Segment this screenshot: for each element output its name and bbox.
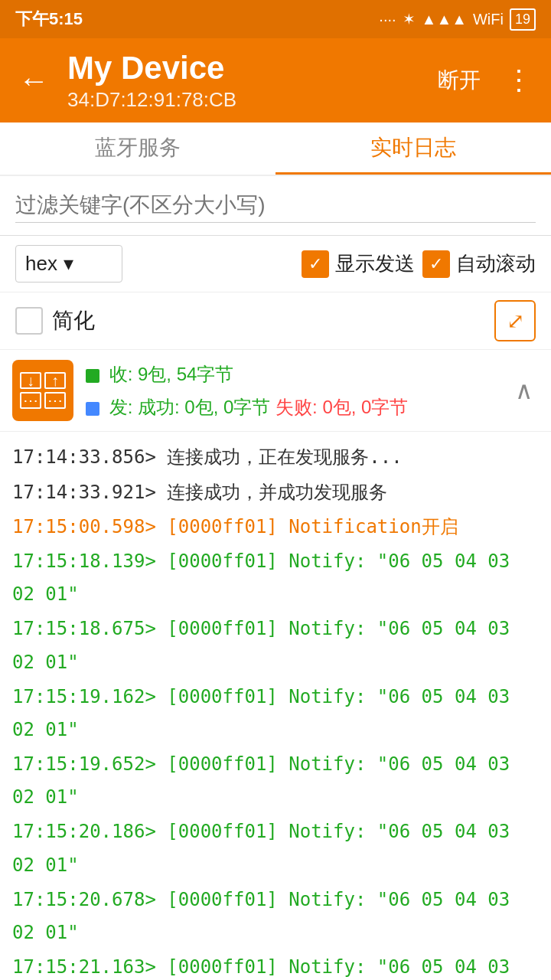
send-icon: ↑ [44, 372, 66, 389]
expand-icon: ⤢ [507, 309, 524, 334]
send-fail-label: 失败: 0包, 0字节 [276, 397, 408, 417]
stats-icon-top-row: ↓ ↑ [20, 372, 66, 389]
signal-icon: ···· [379, 11, 396, 28]
device-mac: 34:D7:12:91:78:CB [67, 88, 419, 112]
simplify-left: 简化 [15, 306, 95, 335]
stats-icon-box: ↓ ↑ ⋯ ⋯ [12, 360, 73, 421]
show-send-check-icon[interactable]: ✓ [302, 250, 329, 278]
log-line: 17:15:18.675> [0000ff01] Notify: "06 05 … [12, 612, 539, 678]
show-send-checkbox[interactable]: ✓ 显示发送 [302, 250, 415, 278]
network-icon: ▲▲▲ [422, 11, 467, 28]
filter-input[interactable] [15, 188, 536, 223]
toolbar: ← My Device 34:D7:12:91:78:CB 断开 ⋮ [0, 38, 551, 122]
log-line: 17:14:33.921> 连接成功，并成功发现服务 [12, 476, 539, 509]
checkbox-group: ✓ 显示发送 ✓ 自动滚动 [302, 250, 536, 278]
wifi-icon: WiFi [473, 11, 504, 28]
status-time: 下午5:15 [15, 8, 83, 31]
auto-scroll-check-icon[interactable]: ✓ [422, 250, 450, 278]
format-select-hex[interactable]: hex ▾ [15, 245, 122, 283]
send2-icon: ⋯ [44, 392, 66, 409]
log-area[interactable]: 17:14:33.856> 连接成功，正在发现服务...17:14:33.921… [0, 432, 551, 980]
collapse-button[interactable]: ∧ [509, 370, 539, 411]
recv2-icon: ⋯ [20, 392, 41, 409]
bluetooth-icon: ✶ [403, 10, 416, 28]
device-name: My Device [67, 49, 419, 87]
log-line: 17:15:00.598> [0000ff01] Notification开启 [12, 511, 539, 544]
battery-icon: 19 [510, 8, 536, 31]
auto-scroll-checkbox[interactable]: ✓ 自动滚动 [422, 250, 536, 278]
recv-stats: 收: 9包, 54字节 [86, 358, 497, 390]
log-line: 17:15:20.678> [0000ff01] Notify: "06 05 … [12, 884, 539, 949]
filter-bar [0, 176, 551, 236]
send-stats: 发: 成功: 0包, 0字节 失败: 0包, 0字节 [86, 390, 497, 423]
tab-bluetooth-service[interactable]: 蓝牙服务 [0, 122, 276, 175]
recv-dot [86, 369, 99, 383]
recv-icon: ↓ [20, 372, 41, 389]
recv-label: 收: 9包, 54字节 [109, 364, 234, 384]
status-bar: 下午5:15 ···· ✶ ▲▲▲ WiFi 19 [0, 0, 551, 38]
send-success-label: 发: 成功: 0包, 0字节 [109, 397, 271, 417]
log-line: 17:15:19.652> [0000ff01] Notify: "06 05 … [12, 748, 539, 814]
tab-bar: 蓝牙服务 实时日志 [0, 122, 551, 176]
expand-button[interactable]: ⤢ [494, 300, 536, 341]
stats-row: ↓ ↑ ⋯ ⋯ 收: 9包, 54字节 发: 成功: 0包, 0字节 失败: 0… [0, 350, 551, 432]
simplify-row: 简化 ⤢ [0, 292, 551, 350]
stats-icon-bottom-row: ⋯ ⋯ [20, 392, 66, 409]
simplify-checkbox[interactable] [15, 307, 43, 335]
disconnect-button[interactable]: 断开 [432, 63, 487, 98]
title-block: My Device 34:D7:12:91:78:CB [67, 49, 419, 111]
log-line: 17:15:19.162> [0000ff01] Notify: "06 05 … [12, 681, 539, 746]
status-icons: ···· ✶ ▲▲▲ WiFi 19 [379, 8, 536, 31]
log-line: 17:15:20.186> [0000ff01] Notify: "06 05 … [12, 815, 539, 881]
stats-text: 收: 9包, 54字节 发: 成功: 0包, 0字节 失败: 0包, 0字节 [86, 358, 497, 423]
log-line: 17:15:21.163> [0000ff01] Notify: "06 05 … [12, 951, 539, 980]
more-menu-button[interactable]: ⋮ [499, 61, 539, 100]
simplify-label: 简化 [52, 306, 95, 335]
log-line: 17:14:33.856> 连接成功，正在发现服务... [12, 441, 539, 474]
log-line: 17:15:18.139> [0000ff01] Notify: "06 05 … [12, 545, 539, 611]
controls-row: hex ▾ ✓ 显示发送 ✓ 自动滚动 [0, 236, 551, 292]
send-dot [86, 402, 99, 416]
tab-realtime-log[interactable]: 实时日志 [276, 122, 551, 175]
back-button[interactable]: ← [12, 64, 55, 98]
